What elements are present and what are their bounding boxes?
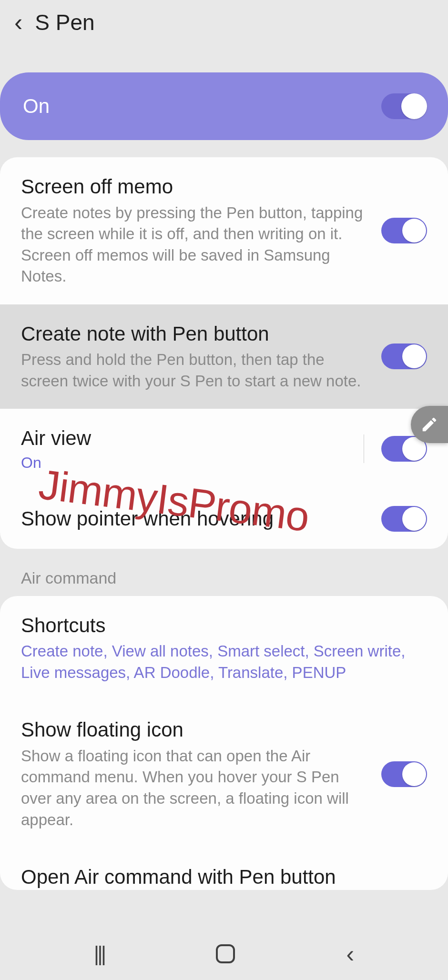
floating-icon-switch[interactable] [381,761,427,787]
screen-off-memo-title: Screen off memo [21,174,367,200]
create-note-title: Create note with Pen button [21,322,367,347]
floating-icon-title: Show floating icon [21,717,367,743]
floating-icon-row[interactable]: Show floating icon Show a floating icon … [0,700,448,848]
air-view-row[interactable]: Air view On [0,409,448,489]
back-icon[interactable]: ‹ [14,10,22,35]
master-toggle-label: On [23,95,50,118]
screen-off-memo-row[interactable]: Screen off memo Create notes by pressing… [0,157,448,304]
master-toggle-row[interactable]: On [0,72,448,140]
page-title: S Pen [35,10,94,35]
shortcuts-title: Shortcuts [21,613,427,638]
nav-recent-icon[interactable]: ||| [94,942,104,966]
air-view-title: Air view [21,426,349,451]
air-view-status: On [21,454,349,472]
create-note-switch[interactable] [381,344,427,369]
show-pointer-row[interactable]: Show pointer when hovering [0,489,448,549]
shortcuts-desc: Create note, View all notes, Smart selec… [21,641,427,683]
screen-off-memo-switch[interactable] [381,218,427,243]
divider [364,434,364,463]
shortcuts-row[interactable]: Shortcuts Create note, View all notes, S… [0,596,448,701]
edit-fab[interactable] [411,406,448,443]
create-note-desc: Press and hold the Pen button, then tap … [21,349,367,392]
open-air-command-row[interactable]: Open Air command with Pen button [0,848,448,890]
create-note-row[interactable]: Create note with Pen button Press and ho… [0,304,448,409]
show-pointer-switch[interactable] [381,506,427,532]
air-command-section-header: Air command [0,549,448,596]
nav-home-icon[interactable] [216,944,235,963]
open-air-command-title: Open Air command with Pen button [21,865,427,890]
pencil-icon [420,415,438,434]
screen-off-memo-desc: Create notes by pressing the Pen button,… [21,202,367,287]
master-toggle-switch[interactable] [381,93,427,119]
android-nav-bar: ||| ‹ [0,928,448,980]
floating-icon-desc: Show a floating icon that can open the A… [21,746,367,830]
show-pointer-title: Show pointer when hovering [21,506,367,532]
nav-back-icon[interactable]: ‹ [346,940,354,968]
